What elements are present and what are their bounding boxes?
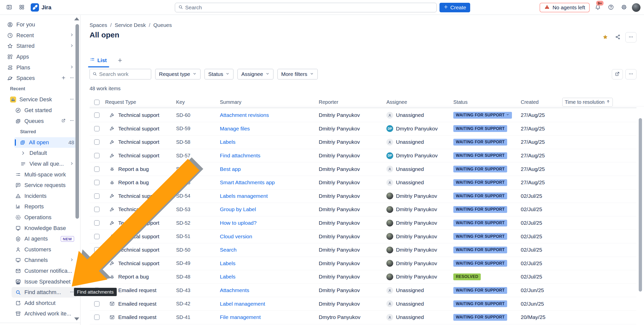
sidebar-item-default[interactable]: Default [0,148,77,159]
sidebar-item-service-requests[interactable]: Service requests [0,180,77,191]
status-badge[interactable]: WAITING FOR SUPPORT [453,300,507,307]
table-row[interactable]: Technical support SD-57 Find attachments… [90,149,636,163]
page-more-button[interactable] [625,32,636,42]
column-time-to-resolution-sort[interactable]: Time to resolution [562,98,613,107]
column-status[interactable]: Status [453,99,521,105]
table-row[interactable]: Technical support SD-51 Cloud version Dm… [90,230,636,243]
star-button[interactable] [600,32,610,42]
filter-status[interactable]: Status [205,69,234,79]
row-checkbox[interactable] [94,126,100,131]
more-options-icon[interactable] [69,75,74,81]
sidebar-item-knowledge-base[interactable]: Knowledge Base [0,223,77,234]
global-search-input[interactable] [185,5,433,11]
status-badge[interactable]: WAITING FOR SUPPORT [453,220,507,226]
status-badge[interactable]: WAITING FOR SUPPORT [453,247,507,253]
sidebar-item-view-all-que[interactable]: View all que... [0,159,77,169]
summary-link[interactable]: Labels [220,274,235,280]
row-checkbox[interactable] [94,247,100,253]
status-badge[interactable]: WAITING FOR SUPPORT [453,179,507,186]
table-row[interactable]: Technical support SD-58 Labels Dmitriy P… [90,135,636,149]
settings-button[interactable] [619,3,629,13]
column-reporter[interactable]: Reporter [319,99,386,105]
sidebar-scrollbar[interactable] [75,24,79,219]
summary-link[interactable]: Manage files [220,126,250,132]
status-badge[interactable]: WAITING FOR SUPPORT [453,193,507,199]
sidebar-item-archived-work-ite[interactable]: Archived work ite... [0,308,77,319]
table-row[interactable]: Report a bug SD-56 Best app Dmitriy Pany… [90,162,636,176]
more-options-icon[interactable] [69,290,74,295]
breadcrumb-queues[interactable]: Queues [153,22,172,28]
row-checkbox[interactable] [94,153,100,158]
global-search[interactable] [175,3,437,12]
row-checkbox[interactable] [94,261,100,266]
sidebar-item-plans[interactable]: Plans [0,62,77,73]
sidebar-item-incidents[interactable]: Incidents [0,191,77,202]
sidebar-item-customers[interactable]: Customers [0,244,77,255]
column-created[interactable]: Created [521,99,562,105]
summary-link[interactable]: Labels management [220,193,268,199]
sidebar-item-find-attachm[interactable]: Find attachm... [12,287,77,298]
sidebar-item-issue-spreadsheet[interactable]: Issue Spreadsheet [0,276,77,287]
status-badge[interactable]: RESOLVED [453,273,481,280]
export-button[interactable] [612,69,623,79]
table-row[interactable]: Report a bug SD-55 Smart Attachments app… [90,176,636,190]
summary-link[interactable]: Group by Label [220,206,256,212]
status-badge[interactable]: WAITING FOR SUPPORT [453,233,507,240]
row-checkbox[interactable] [94,180,100,185]
status-badge[interactable]: WAITING FOR SUPPORT [453,152,507,159]
table-row[interactable]: Technical support SD-52 How to upload? D… [90,216,636,230]
status-badge[interactable]: WAITING FOR SUPPORT [453,314,507,321]
search-work-field[interactable] [90,69,151,79]
more-options-icon[interactable] [69,97,74,103]
row-checkbox[interactable] [94,166,100,172]
sidebar-item-ai-agents[interactable]: AI agentsNEW [0,234,77,244]
sidebar-scroll-down-arrow[interactable] [74,317,79,320]
more-options-icon[interactable] [69,118,74,124]
sidebar-item-queues[interactable]: Queues [0,116,77,126]
column-key[interactable]: Key [176,99,220,105]
row-checkbox[interactable] [94,112,100,118]
summary-link[interactable]: Find attachments [220,153,260,159]
summary-link[interactable]: Cloud version [220,234,252,240]
create-button[interactable]: Create [439,3,470,12]
share-button[interactable] [613,32,623,42]
sidebar-item-service-desk[interactable]: Service Desk [0,94,77,105]
status-badge[interactable]: WAITING FOR SUPPORT [453,260,507,267]
row-checkbox[interactable] [94,139,100,145]
breadcrumb-service-desk[interactable]: Service Desk [115,22,146,28]
sidebar-scroll-up-arrow[interactable] [74,17,79,20]
sidebar-item-get-started[interactable]: Get started [0,105,77,116]
open-in-new-icon[interactable] [61,118,66,124]
summary-link[interactable]: Attachment revisions [220,112,269,118]
sidebar-item-apps[interactable]: Apps [0,52,77,62]
row-checkbox[interactable] [94,234,100,239]
sidebar-item-recent[interactable]: Recent [0,30,77,41]
column-request-type[interactable]: Request Type [105,99,176,105]
summary-link[interactable]: Label management [220,301,265,307]
sidebar-item-add-shortcut[interactable]: Add shortcut [0,298,77,308]
jira-brand[interactable]: Jira [31,3,51,12]
filter-request-type[interactable]: Request type [155,69,200,79]
breadcrumb-spaces[interactable]: Spaces [90,22,107,28]
column-assignee[interactable]: Assignee [386,99,453,105]
tab-list[interactable]: List [90,57,107,66]
table-row[interactable]: Emailed request SD-43 Attachments Dmitri… [90,284,636,297]
add-icon[interactable] [61,75,66,81]
collapse-sidebar-button[interactable] [4,3,14,13]
row-checkbox[interactable] [94,301,100,307]
add-view-button[interactable] [116,56,124,65]
table-more-button[interactable] [625,69,636,79]
summary-link[interactable]: File management [220,314,261,320]
summary-link[interactable]: Attachments [220,287,249,293]
table-row[interactable]: Technical support SD-60 Attachment revis… [90,109,636,122]
table-scrollbar[interactable] [639,118,642,292]
filter-assignee[interactable]: Assignee [237,69,273,79]
row-checkbox[interactable] [94,314,100,320]
search-work-input[interactable] [99,71,148,77]
filter-more[interactable]: More filters [277,69,318,79]
row-checkbox[interactable] [94,193,100,199]
row-checkbox[interactable] [94,274,100,280]
status-badge[interactable]: WAITING FOR SUPPORT [453,166,507,172]
sidebar-item-for-you[interactable]: For you [0,19,77,30]
table-row[interactable]: Emailed request SD-41 File management Dm… [90,311,636,324]
